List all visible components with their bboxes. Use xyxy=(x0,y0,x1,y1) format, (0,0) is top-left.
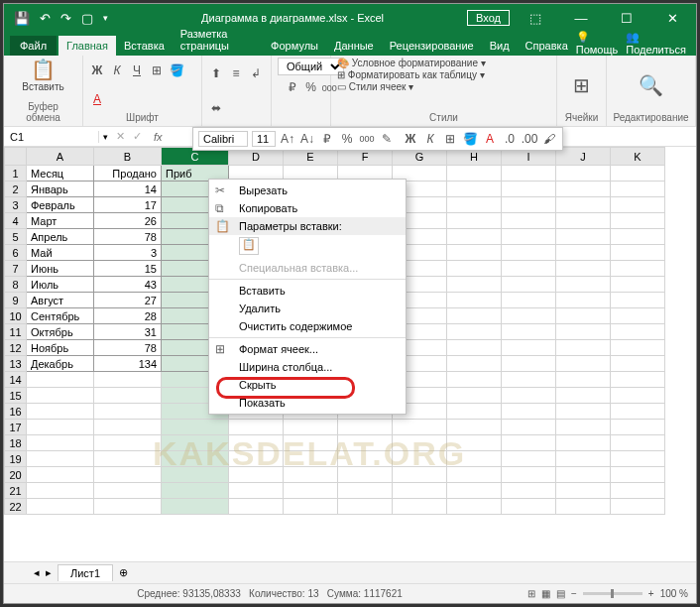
cell[interactable] xyxy=(447,197,502,213)
zoom-in-icon[interactable]: + xyxy=(648,588,654,599)
cell[interactable] xyxy=(338,499,393,515)
cell[interactable] xyxy=(502,229,556,245)
cell[interactable]: Декабрь xyxy=(27,356,94,372)
cell[interactable] xyxy=(27,372,94,388)
cell[interactable] xyxy=(393,467,447,483)
cell[interactable] xyxy=(338,483,393,499)
row-header[interactable]: 6 xyxy=(5,245,27,261)
cell[interactable] xyxy=(447,308,502,324)
cell[interactable] xyxy=(162,467,229,483)
cell[interactable] xyxy=(502,277,556,293)
cell[interactable] xyxy=(556,182,611,197)
row-header[interactable]: 4 xyxy=(5,213,27,229)
cell[interactable]: 14 xyxy=(94,182,162,197)
mini-brush-icon[interactable]: 🖌 xyxy=(541,131,557,147)
col-header-k[interactable]: K xyxy=(611,148,665,166)
cell[interactable] xyxy=(502,166,556,182)
tell-me[interactable]: 💡 Помощь xyxy=(576,31,619,56)
cell[interactable]: Апрель xyxy=(27,229,94,245)
cell[interactable] xyxy=(556,451,611,467)
cell[interactable] xyxy=(611,324,665,340)
cell[interactable] xyxy=(556,388,611,404)
mini-format-painter-icon[interactable]: ✎ xyxy=(379,131,395,147)
cell[interactable]: 17 xyxy=(94,197,162,213)
mini-fill-icon[interactable]: 🪣 xyxy=(462,131,478,147)
tab-layout[interactable]: Разметка страницы xyxy=(173,24,263,56)
login-button[interactable]: Вход xyxy=(467,10,510,26)
border-icon[interactable]: ⊞ xyxy=(149,62,165,78)
cell[interactable] xyxy=(338,451,393,467)
qat-dropdown-icon[interactable]: ▾ xyxy=(103,13,108,23)
mini-increase-font-icon[interactable]: A↑ xyxy=(280,131,295,147)
cell[interactable] xyxy=(611,197,665,213)
maximize-icon[interactable]: ☐ xyxy=(607,11,646,26)
ctx-hide[interactable]: Скрыть xyxy=(209,376,406,394)
cell[interactable]: Октябрь xyxy=(27,324,94,340)
col-header-b[interactable]: B xyxy=(94,148,162,166)
cell[interactable] xyxy=(502,182,556,197)
tab-review[interactable]: Рецензирование xyxy=(382,36,482,56)
cell[interactable] xyxy=(502,213,556,229)
zoom-slider[interactable] xyxy=(583,592,642,595)
format-as-table-button[interactable]: ⊞ Форматировать как таблицу ▾ xyxy=(337,69,485,80)
cell[interactable]: Июль xyxy=(27,277,94,293)
cell[interactable] xyxy=(393,451,447,467)
camera-icon[interactable]: ▢ xyxy=(81,11,93,26)
row-header[interactable]: 10 xyxy=(5,308,27,324)
cell[interactable] xyxy=(447,435,502,451)
cell[interactable] xyxy=(447,245,502,261)
tab-view[interactable]: Вид xyxy=(482,36,518,56)
cell[interactable]: Ноябрь xyxy=(27,340,94,356)
cell[interactable] xyxy=(611,467,665,483)
cell[interactable] xyxy=(94,483,162,499)
cell[interactable]: 78 xyxy=(94,340,162,356)
cell[interactable] xyxy=(556,245,611,261)
cell[interactable] xyxy=(556,372,611,388)
enter-formula-icon[interactable]: ✓ xyxy=(129,130,146,143)
cell[interactable] xyxy=(447,420,502,435)
tab-insert[interactable]: Вставка xyxy=(116,36,173,56)
cell[interactable] xyxy=(502,483,556,499)
ctx-format-cells[interactable]: ⊞Формат ячеек... xyxy=(209,340,406,358)
share-button[interactable]: 👥 Поделиться xyxy=(626,31,686,56)
paste-icon[interactable]: 📋 xyxy=(31,58,56,81)
cell[interactable] xyxy=(502,324,556,340)
cell[interactable] xyxy=(611,229,665,245)
cell[interactable] xyxy=(27,435,94,451)
cell[interactable] xyxy=(556,308,611,324)
cell[interactable] xyxy=(162,420,229,435)
ctx-copy[interactable]: ⧉Копировать xyxy=(209,199,406,217)
cell[interactable] xyxy=(162,499,229,515)
cell[interactable] xyxy=(284,435,338,451)
cell[interactable] xyxy=(447,261,502,277)
wrap-icon[interactable]: ↲ xyxy=(248,65,264,81)
cell[interactable] xyxy=(447,404,502,420)
cell[interactable] xyxy=(162,435,229,451)
ctx-show[interactable]: Показать xyxy=(209,394,406,412)
cell[interactable] xyxy=(27,483,94,499)
cell[interactable] xyxy=(447,467,502,483)
mini-decimal-inc-icon[interactable]: .0 xyxy=(502,131,518,147)
currency-icon[interactable]: ₽ xyxy=(285,79,300,95)
cancel-formula-icon[interactable]: ✕ xyxy=(112,130,129,143)
cell[interactable]: 3 xyxy=(94,245,162,261)
close-icon[interactable]: ✕ xyxy=(652,11,692,26)
cell[interactable] xyxy=(611,277,665,293)
cell[interactable]: 31 xyxy=(94,324,162,340)
tab-data[interactable]: Данные xyxy=(326,36,382,56)
cell[interactable] xyxy=(611,213,665,229)
cell[interactable] xyxy=(94,404,162,420)
cell[interactable] xyxy=(611,451,665,467)
cell[interactable] xyxy=(447,277,502,293)
cell[interactable] xyxy=(447,388,502,404)
cell[interactable] xyxy=(556,261,611,277)
cell[interactable] xyxy=(556,197,611,213)
cell[interactable] xyxy=(556,435,611,451)
mini-decimal-dec-icon[interactable]: .00 xyxy=(522,131,537,147)
cell[interactable] xyxy=(556,293,611,308)
cell[interactable] xyxy=(556,277,611,293)
mini-thousands-icon[interactable]: 000 xyxy=(359,131,375,147)
view-layout-icon[interactable]: ▦ xyxy=(541,588,550,599)
cell[interactable] xyxy=(229,451,284,467)
cell[interactable] xyxy=(502,308,556,324)
